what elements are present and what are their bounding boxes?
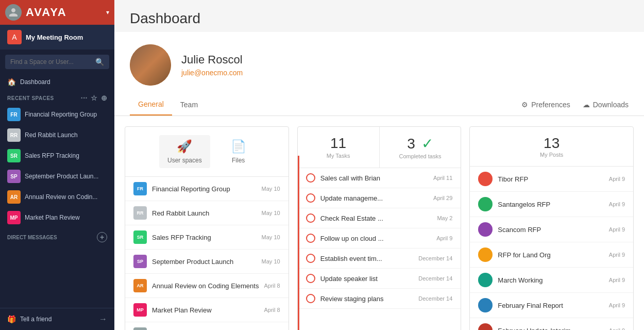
my-meeting-room[interactable]: A My Meeting Room [0,25,114,50]
tab-general[interactable]: General [130,94,172,116]
posts-stat: 13 My Posts [470,127,633,167]
post-avatar [478,172,493,186]
logo: AVAYA [26,6,106,19]
list-item[interactable]: Scancom RFP April 9 [470,217,633,242]
list-item[interactable]: Santangelos RFP April 9 [470,192,633,217]
space-badge: RR [7,128,21,142]
profile-email: julie@onecmo.com [181,69,243,77]
post-date: April 9 [609,176,625,182]
downloads-action[interactable]: ☁ Downloads [583,101,629,109]
list-item[interactable]: Establish event tim... December 14 [298,249,461,269]
sidebar-item-rr[interactable]: RR Red Rabbit Launch [0,125,114,145]
profile-name: Julie Roscol [181,53,243,67]
list-item[interactable]: Sales call with Brian April 11 [298,168,461,188]
tell-a-friend-label: Tell a friend [20,316,52,323]
list-item[interactable]: February Final Report April 9 [470,293,633,318]
task-date: May 2 [437,215,452,221]
task-name: Update speaker list [320,275,419,283]
task-circle [306,193,315,203]
sidebar-item-label: September Product Laun... [25,173,98,180]
space-badge: SR [7,149,21,162]
sidebar-item-label: Annual Review on Codin... [25,193,97,201]
task-name: Update manageme... [320,194,433,202]
list-item[interactable]: RF Regular Friday Team Meeting April 8 [125,322,289,330]
check-icon: ✓ [421,136,433,152]
space-date: May 10 [262,258,280,265]
post-name: February Final Report [498,302,608,309]
list-item[interactable]: MP Market Plan Review April 8 [125,298,289,322]
tasks-panel: 11 My Tasks 3 ✓ Completed tasks Sales ca… [297,126,462,330]
list-item[interactable]: RFP for Land Org April 9 [470,242,633,268]
search-input[interactable] [10,58,92,65]
list-item[interactable]: RR Red Rabbit Launch May 10 [125,201,289,225]
posts-count: 13 [478,135,625,152]
list-item[interactable]: Check Real Estate ... May 2 [298,208,461,228]
tasks-list: Sales call with Brian April 11 Update ma… [298,168,461,309]
posts-label: My Posts [478,152,625,158]
list-item[interactable]: February Update-Interim April 9 [470,318,633,330]
list-item[interactable]: AR Annual Review on Coding Elements Apri… [125,274,289,298]
meeting-room-label: My Meeting Room [26,34,83,41]
task-date: April 11 [433,175,452,181]
completed-label: Completed tasks [388,153,453,159]
list-item[interactable]: SR Sales RFP Tracking May 10 [125,225,289,250]
sidebar-item-dashboard[interactable]: 🏠 Dashboard [0,74,114,90]
meeting-room-icon: A [7,30,22,44]
sidebar-item-label: Red Rabbit Launch [25,131,78,139]
main-content: Dashboard Julie Roscol julie@onecmo.com … [114,0,644,330]
list-item[interactable]: Update speaker list December 14 [298,269,461,289]
preferences-action[interactable]: ⚙ Preferences [521,101,570,109]
panel-tab-files[interactable]: 📄 Files [223,135,255,168]
spaces-panel: 🚀 User spaces 📄 Files FR Financial Repor… [125,126,289,330]
task-name: Review staging plans [320,295,419,303]
files-label: Files [232,157,245,164]
sidebar-header: AVAYA ▾ [0,0,114,25]
tab-team[interactable]: Team [172,94,206,115]
sidebar-footer[interactable]: 🎁 Tell a friend → [0,308,114,330]
profile-avatar [130,44,171,86]
search-icon: 🔍 [95,58,104,66]
sidebar-item-sr[interactable]: SR Sales RFP Tracking [0,145,114,166]
my-tasks-stat: 11 My Tasks [298,127,380,168]
list-item[interactable]: Review staging plans December 14 [298,289,461,309]
sidebar-item-fr[interactable]: FR Financial Reporting Group [0,104,114,125]
post-name: Scancom RFP [498,226,608,234]
list-item[interactable]: Update manageme... April 29 [298,188,461,208]
direct-messages-header: DIRECT MESSAGES + [0,228,114,244]
task-date: April 29 [433,195,452,201]
sidebar: AVAYA ▾ A My Meeting Room 🔍 🏠 Dashboard … [0,0,114,330]
panel-tab-user-spaces[interactable]: 🚀 User spaces [159,135,210,168]
add-space-icon[interactable]: ⊕ [101,94,108,102]
post-avatar [478,273,493,287]
sidebar-item-sp[interactable]: SP September Product Laun... [0,166,114,187]
my-tasks-count: 11 [306,135,371,152]
chevron-down-icon[interactable]: ▾ [106,9,109,16]
posts-list: Tibor RFP April 9 Santangelos RFP April … [470,167,633,330]
post-name: February Update-Interim [498,327,608,331]
list-item[interactable]: Tibor RFP April 9 [470,167,633,192]
post-name: Santangelos RFP [498,201,608,208]
list-item[interactable]: FR Financial Reporting Group May 10 [125,177,289,201]
list-item[interactable]: Follow up on cloud ... April 9 [298,228,461,249]
post-avatar [478,197,493,211]
star-icon[interactable]: ☆ [91,94,98,102]
profile-tabs: General Team ⚙ Preferences ☁ Downloads [114,94,644,116]
spaces-panel-header: 🚀 User spaces 📄 Files [125,127,289,177]
task-name: Follow up on cloud ... [320,235,436,242]
sidebar-item-ar[interactable]: AR Annual Review on Codin... [0,187,114,207]
completed-tasks-stat: 3 ✓ Completed tasks [380,127,461,168]
arrow-right-icon: → [99,315,107,324]
add-dm-icon[interactable]: + [97,232,107,242]
post-name: RFP for Land Org [498,251,608,259]
task-circle [306,274,315,283]
task-date: December 14 [418,275,452,282]
spaces-list: FR Financial Reporting Group May 10 RR R… [125,177,289,330]
list-item[interactable]: March Working April 9 [470,268,633,293]
sidebar-item-label: Dashboard [20,78,50,86]
sidebar-item-label: Sales RFP Tracking [25,152,79,159]
user-spaces-label: User spaces [167,157,202,164]
sidebar-item-mp[interactable]: MP Market Plan Review [0,207,114,228]
more-icon[interactable]: ··· [81,94,88,102]
space-badge: MP [133,303,147,317]
list-item[interactable]: SP September Product Launch May 10 [125,250,289,274]
